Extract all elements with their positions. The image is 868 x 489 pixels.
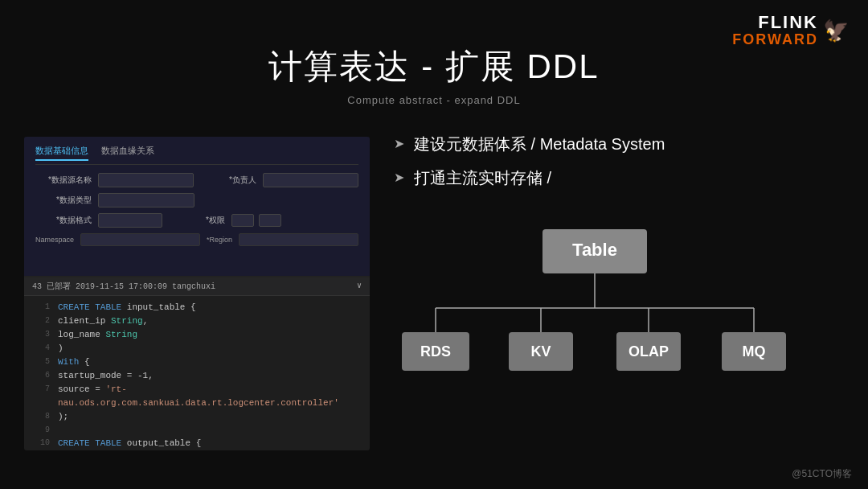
- input-owner[interactable]: [263, 173, 358, 187]
- footer-text: @51CTO博客: [792, 468, 852, 479]
- ui-form: 数据基础信息 数据血缘关系 *数据源名称 *负责人 *数据类型 *数据格式 *权…: [24, 137, 370, 277]
- bullet-text-1: 建设元数据体系 / Metadata System: [414, 133, 665, 155]
- permission-opt1[interactable]: [231, 214, 254, 227]
- editor-chevron[interactable]: ∨: [357, 281, 362, 292]
- label-permission: *权限: [169, 215, 225, 226]
- bullet-item-1: ➤ 建设元数据体系 / Metadata System: [394, 133, 844, 155]
- code-line-9: 9: [24, 424, 370, 437]
- input-namespace[interactable]: [80, 233, 200, 246]
- diagram-kv-label: KV: [530, 343, 551, 360]
- sub-title: Compute abstract - expand DDL: [0, 94, 868, 106]
- form-row-type: *数据类型: [35, 193, 358, 208]
- label-type: *数据类型: [35, 195, 92, 206]
- code-line-5: 5With {: [24, 355, 370, 369]
- form-tabs: 数据基础信息 数据血缘关系: [35, 145, 358, 165]
- permission-opt2[interactable]: [259, 214, 281, 227]
- diagram: Table RDS KV OLAP MQ: [394, 221, 796, 382]
- code-line-3: 3 log_name String: [24, 328, 370, 342]
- label-format: *数据格式: [35, 215, 92, 226]
- label-name: *数据源名称: [35, 175, 92, 186]
- title-section: 计算表达 - 扩展 DDL Compute abstract - expand …: [0, 44, 868, 106]
- code-line-1: 1CREATE TABLE input_table {: [24, 301, 370, 314]
- label-region: *Region: [207, 236, 232, 244]
- code-line-7: 7 source = 'rt-nau.ods.org.com.sankuai.d…: [24, 383, 370, 410]
- bullet-text-2: 打通主流实时存储 /: [414, 166, 551, 189]
- code-line-8: 8);: [24, 410, 370, 424]
- code-line-10: 10CREATE TABLE output_table {: [24, 437, 370, 450]
- form-row-name: *数据源名称 *负责人: [35, 173, 358, 187]
- label-owner: *负责人: [200, 175, 256, 186]
- right-panel: ➤ 建设元数据体系 / Metadata System ➤ 打通主流实时存储 /…: [394, 133, 844, 382]
- editor-header-text: 43 已部署 2019-11-15 17:00:09 tangchuxi: [32, 281, 215, 292]
- form-row-format: *数据格式 *权限: [35, 213, 358, 228]
- diagram-rds-label: RDS: [420, 343, 451, 360]
- input-name[interactable]: [98, 173, 194, 187]
- logo-flink-text: FLINK: [732, 13, 818, 32]
- namespace-row: Namespace *Region: [35, 233, 358, 246]
- tab-basic-info[interactable]: 数据基础信息: [35, 145, 88, 161]
- diagram-table-label: Table: [572, 240, 617, 260]
- code-line-4: 4): [24, 342, 370, 355]
- label-namespace: Namespace: [35, 236, 74, 244]
- main-title: 计算表达 - 扩展 DDL: [0, 44, 868, 89]
- bullet-arrow-2: ➤: [394, 169, 404, 187]
- logo: FLINK FORWARD 🦅: [732, 13, 849, 48]
- diagram-olap-label: OLAP: [628, 343, 669, 360]
- diagram-mq-label: MQ: [743, 343, 766, 360]
- logo-bird-icon: 🦅: [823, 19, 849, 43]
- bullet-arrow-1: ➤: [394, 135, 404, 153]
- input-format[interactable]: [98, 213, 162, 228]
- input-type[interactable]: [98, 193, 194, 208]
- footer: @51CTO博客: [792, 467, 852, 481]
- code-line-2: 2 client_ip String,: [24, 314, 370, 328]
- editor-body: 1CREATE TABLE input_table { 2 client_ip …: [24, 296, 370, 450]
- diagram-svg: Table RDS KV OLAP MQ: [394, 221, 796, 382]
- left-panel: 数据基础信息 数据血缘关系 *数据源名称 *负责人 *数据类型 *数据格式 *权…: [24, 137, 370, 450]
- code-line-6: 6 startup_mode = -1,: [24, 369, 370, 383]
- bullet-list: ➤ 建设元数据体系 / Metadata System ➤ 打通主流实时存储 /: [394, 133, 844, 189]
- tab-lineage[interactable]: 数据血缘关系: [101, 145, 154, 161]
- code-editor: 43 已部署 2019-11-15 17:00:09 tangchuxi ∨ 1…: [24, 277, 370, 450]
- bullet-item-2: ➤ 打通主流实时存储 /: [394, 166, 844, 189]
- editor-header: 43 已部署 2019-11-15 17:00:09 tangchuxi ∨: [24, 277, 370, 296]
- input-region[interactable]: [239, 233, 358, 246]
